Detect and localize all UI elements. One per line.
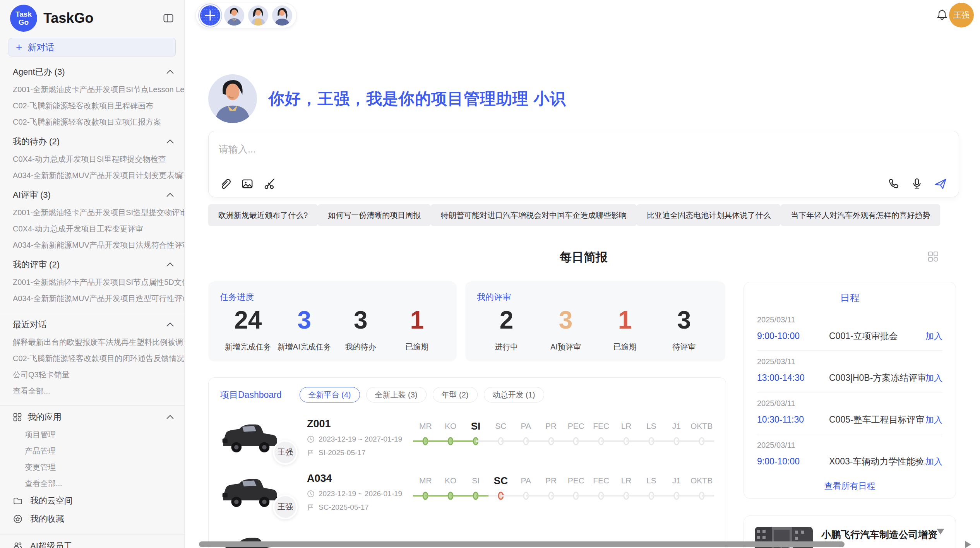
attachment-icon[interactable]	[219, 178, 231, 190]
chevron-up-icon[interactable]	[166, 70, 173, 77]
milestone: FEC	[589, 473, 614, 502]
recent-chat-item[interactable]: 查看全部...	[0, 383, 184, 399]
section-items: C0X4-动力总成开发项目SI里程碑提交物检查 A034-全新新能源MUV产品开…	[0, 151, 184, 183]
section-header[interactable]: 我的待办 (2)	[0, 132, 184, 151]
milestone: MR	[413, 473, 438, 502]
team-avatar[interactable]	[272, 5, 292, 26]
app-item[interactable]: 查看全部...	[0, 475, 184, 491]
sidebar-task-item[interactable]: A034-全新新能源MUV产品开发项目法规符合性评审	[0, 237, 184, 253]
section-header[interactable]: AI评审 (3)	[0, 186, 184, 204]
milestone-dot	[598, 492, 604, 500]
stat-label: 新增完成任务	[220, 342, 276, 352]
user-avatar[interactable]: 王强	[949, 3, 974, 27]
milestone-label: LR	[614, 419, 639, 433]
add-member-button[interactable]	[200, 5, 220, 26]
collapse-sidebar-icon[interactable]	[163, 12, 174, 24]
sidebar-item-cloud-space[interactable]: 我的云空间	[0, 491, 184, 510]
chevron-up-icon[interactable]	[166, 415, 173, 422]
scroll-right-arrow[interactable]	[965, 541, 971, 548]
project-milestone-note: SC-2025-05-17	[319, 503, 369, 512]
scroll-down-arrow[interactable]	[937, 529, 944, 534]
schedule-item-row: 9:00-10:00 X003-车辆动力学性能验... 加入	[757, 456, 942, 468]
chevron-up-icon[interactable]	[166, 193, 173, 200]
logo-line1: Task	[15, 10, 32, 18]
suggestion-chip[interactable]: 如何写一份清晰的项目周报	[318, 204, 431, 226]
join-link[interactable]: 加入	[925, 414, 942, 426]
star-badge-icon	[13, 514, 24, 524]
new-chat-button[interactable]: + 新对话	[9, 38, 176, 57]
sidebar-task-item[interactable]: C0X4-动力总成开发项目工程变更评审	[0, 221, 184, 237]
sidebar-task-item[interactable]: C0X4-动力总成开发项目SI里程碑提交物检查	[0, 151, 184, 167]
suggestion-chip[interactable]: 当下年轻人对汽车外观有怎样的喜好趋势	[781, 204, 940, 226]
sidebar-header: Task Go TaskGo	[0, 0, 184, 34]
sidebar-task-item[interactable]: A034-全新新能源MUV产品开发项目造型可行性评审	[0, 290, 184, 307]
schedule-date: 2025/03/11	[757, 357, 942, 366]
message-input[interactable]: 请输入...	[209, 131, 959, 156]
filter-chip[interactable]: 全新上装 (3)	[366, 387, 427, 402]
layout-grid-icon[interactable]	[927, 251, 939, 262]
schedule-time: 9:00-10:00	[757, 331, 829, 341]
milestone-dot	[473, 437, 479, 445]
phone-call-icon[interactable]	[887, 178, 900, 190]
suggestion-chip[interactable]: 欧洲新规最近颁布了什么?	[208, 204, 318, 226]
project-row[interactable]: 王强 A034 2023-12-19 ~ 2026-01-19 SC-2025-…	[220, 473, 714, 512]
team-avatar[interactable]	[248, 5, 268, 26]
image-upload-icon[interactable]	[241, 178, 254, 190]
milestone-dot	[673, 492, 679, 500]
milestone-dot	[498, 437, 504, 445]
milestone-dot	[699, 437, 704, 445]
recent-chats-header[interactable]: 最近对话	[0, 315, 184, 334]
sidebar-task-item[interactable]: Z001-全新燃油皮卡产品开发项目SI节点Lesson Learn报告	[0, 81, 184, 98]
chevron-up-icon[interactable]	[166, 322, 173, 329]
filter-chip[interactable]: 全新平台 (4)	[300, 387, 360, 402]
sidebar-task-item[interactable]: C02-飞腾新能源轻客改款项目立项汇报方案	[0, 114, 184, 130]
milestone-track: MR KO	[413, 473, 714, 502]
chevron-up-icon[interactable]	[166, 262, 173, 269]
notification-bell-icon[interactable]	[936, 9, 948, 22]
filter-chip[interactable]: 动总开发 (1)	[484, 387, 544, 402]
milestone-label: FEC	[589, 473, 614, 488]
stat-value: 1	[595, 305, 654, 336]
my-apps-list: 项目管理 产品管理 变更管理 查看全部...	[0, 426, 184, 491]
section-title: Agent已办 (3)	[13, 66, 65, 78]
milestone: PEC	[564, 419, 589, 447]
sidebar-task-item[interactable]: C02-飞腾新能源轻客改款项目里程碑画布	[0, 98, 184, 114]
milestone-line	[639, 490, 664, 502]
app-item[interactable]: 产品管理	[0, 443, 184, 459]
sidebar-task-item[interactable]: Z001-全新燃油轻卡产品开发项目SI节点属性5D文件评审	[0, 274, 184, 290]
sidebar-item-ai-staff[interactable]: AI超级员工	[0, 537, 184, 548]
microphone-icon[interactable]	[911, 178, 923, 190]
recent-chat-item[interactable]: C02-飞腾新能源轻客改款项目的闭环通告反馈情况	[0, 350, 184, 366]
schedule-date: 2025/03/11	[757, 315, 942, 324]
join-link[interactable]: 加入	[925, 456, 942, 468]
horizontal-scrollbar-thumb[interactable]	[199, 541, 845, 547]
project-row[interactable]: 王强 Z001 2023-12-19 ~ 2027-01-19 SI-2025-…	[220, 418, 714, 457]
screenshot-scissors-icon[interactable]	[264, 178, 276, 190]
news-title: 小鹏飞行汽车制造公司增资	[821, 528, 976, 541]
milestone-dot	[648, 437, 654, 445]
view-all-schedule-link[interactable]: 查看所有日程	[757, 476, 942, 497]
stat-value: 3	[536, 305, 595, 336]
send-icon[interactable]	[934, 178, 947, 190]
join-link[interactable]: 加入	[925, 372, 942, 384]
chevron-up-icon[interactable]	[166, 139, 173, 146]
recent-chat-item[interactable]: 公司Q3轻卡销量	[0, 366, 184, 383]
suggestion-chip[interactable]: 特朗普可能对进口汽车增税会对中国车企造成哪些影响	[431, 204, 637, 226]
recent-chat-item[interactable]: 解释最新出台的欧盟报废车法规再生塑料比例被调至15%...	[0, 334, 184, 350]
filter-chip[interactable]: 年型 (2)	[433, 387, 478, 402]
sidebar-task-item[interactable]: A034-全新新能源MUV产品开发项目计划变更表编写	[0, 167, 184, 183]
app-item[interactable]: 变更管理	[0, 459, 184, 475]
project-rows: 王强 Z001 2023-12-19 ~ 2027-01-19 SI-2025-…	[220, 418, 714, 512]
section-header[interactable]: Agent已办 (3)	[0, 63, 184, 81]
logo-line2: Go	[19, 18, 29, 26]
team-avatar[interactable]	[224, 5, 244, 26]
section-header[interactable]: 我的评审 (2)	[0, 255, 184, 274]
sidebar-item-favorites[interactable]: 我的收藏	[0, 510, 184, 528]
sidebar-task-item[interactable]: Z001-全新燃油轻卡产品开发项目SI造型提交物评审	[0, 204, 184, 221]
join-link[interactable]: 加入	[925, 331, 942, 342]
my-apps-header[interactable]: 我的应用	[0, 408, 184, 426]
section-items: Z001-全新燃油轻卡产品开发项目SI节点属性5D文件评审 A034-全新新能源…	[0, 274, 184, 307]
app-item[interactable]: 项目管理	[0, 426, 184, 443]
suggestion-chip[interactable]: 比亚迪全固态电池计划具体说了什么	[637, 204, 781, 226]
truck-image	[220, 418, 279, 457]
